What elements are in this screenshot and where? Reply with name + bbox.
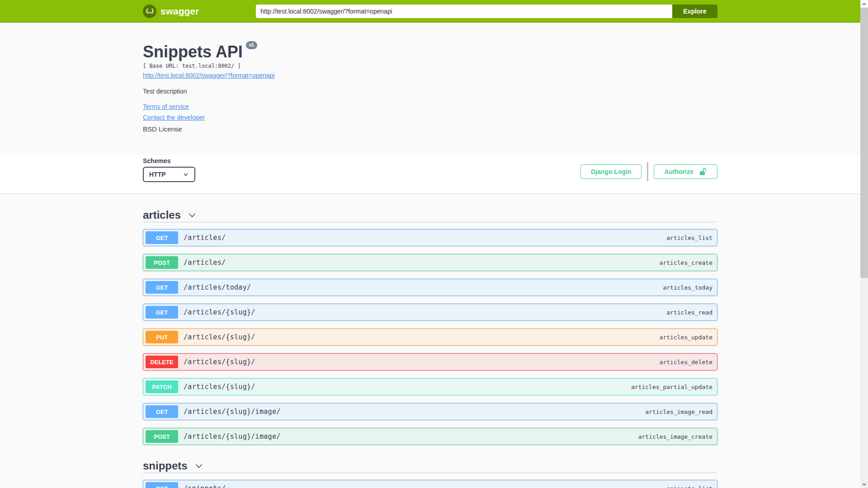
- scheme-wrapper: Schemes HTTP Django Login Authorize: [143, 155, 717, 193]
- terms-of-service-link[interactable]: Terms of service: [143, 103, 189, 111]
- operation-id: snippets_list: [666, 485, 712, 488]
- authorize-button[interactable]: Authorize: [654, 164, 717, 179]
- operation-path: /articles/{slug}/image/: [184, 408, 281, 416]
- topbar-wrapper: {…} swagger Explore: [143, 5, 717, 18]
- tag-title: articles: [143, 209, 181, 221]
- swagger-logo-text: swagger: [160, 6, 199, 17]
- operation-id: articles_today: [663, 284, 712, 291]
- explore-button[interactable]: Explore: [672, 5, 717, 18]
- tag-header[interactable]: snippets: [143, 459, 717, 473]
- spec-url-form: Explore: [256, 5, 717, 18]
- method-badge: GET: [146, 306, 178, 319]
- chevron-down-icon: [183, 171, 189, 178]
- operation-row[interactable]: PATCH /articles/{slug}/ articles_partial…: [143, 378, 717, 395]
- spec-url-input[interactable]: [256, 5, 672, 18]
- method-badge: POST: [146, 430, 178, 443]
- operation-path: /articles/{slug}/: [184, 358, 255, 366]
- method-badge: DELETE: [146, 356, 178, 368]
- operation-id: articles_image_read: [645, 408, 712, 415]
- operation-id: articles_create: [660, 259, 712, 266]
- operation-path: /articles/: [184, 234, 226, 242]
- operation-id: articles_delete: [660, 359, 712, 366]
- operation-row[interactable]: GET /articles/{slug}/image/ articles_ima…: [143, 403, 717, 420]
- tag-section: snippets GET /snippets/ snippets_list: [143, 459, 717, 488]
- django-login-button[interactable]: Django Login: [580, 164, 642, 179]
- auth-wrapper: Django Login Authorize: [580, 162, 717, 181]
- scheme-select[interactable]: HTTP: [143, 167, 195, 182]
- authorize-button-label: Authorize: [664, 168, 693, 175]
- tag-header[interactable]: articles: [143, 208, 717, 222]
- chevron-down-icon: [194, 461, 204, 471]
- method-badge: PUT: [146, 331, 178, 343]
- operation-row[interactable]: GET /articles/{slug}/ articles_read: [143, 304, 717, 321]
- unlock-icon: [698, 167, 707, 176]
- operation-row[interactable]: PUT /articles/{slug}/ articles_update: [143, 328, 717, 346]
- spec-link[interactable]: http://test.local:8002/swagger/?format=o…: [143, 72, 274, 79]
- method-badge: GET: [146, 281, 178, 294]
- operation-id: articles_read: [666, 309, 712, 316]
- operation-list: GET /articles/ articles_list POST /artic…: [143, 229, 717, 445]
- schemes-label: Schemes: [143, 157, 195, 164]
- auth-divider: [647, 162, 648, 181]
- page-title: Snippets APIv1: [143, 43, 717, 61]
- swagger-ui-page: {…} swagger Explore Snippets APIv1 [ Bas…: [0, 0, 860, 488]
- method-badge: GET: [146, 482, 178, 488]
- scheme-container: Schemes HTTP Django Login Authorize: [0, 155, 860, 193]
- license-text: BSD License: [143, 125, 717, 133]
- operation-row[interactable]: GET /articles/today/ articles_today: [143, 279, 717, 296]
- tag-title: snippets: [143, 460, 188, 472]
- operations-area: articles GET /articles/ articles_list PO…: [143, 193, 717, 488]
- method-badge: PATCH: [146, 380, 178, 393]
- operation-path: /articles/today/: [184, 283, 251, 291]
- info-section: Snippets APIv1 [ Base URL: test.local:80…: [143, 23, 717, 155]
- curly-braces-icon: {…}: [143, 5, 156, 18]
- version-badge: v1: [246, 41, 257, 49]
- scheme-selected-value: HTTP: [149, 171, 166, 178]
- operation-row[interactable]: GET /articles/ articles_list: [143, 229, 717, 246]
- method-badge: GET: [146, 405, 178, 418]
- chevron-down-icon: [187, 210, 197, 220]
- api-description: Test description: [143, 88, 717, 95]
- operation-row[interactable]: GET /snippets/ snippets_list: [143, 480, 717, 488]
- method-badge: GET: [146, 231, 178, 244]
- operation-path: /articles/{slug}/: [184, 383, 255, 391]
- operation-id: articles_image_create: [638, 433, 712, 440]
- contact-developer-link[interactable]: Contact the developer: [143, 114, 205, 122]
- operation-id: articles_update: [660, 334, 712, 341]
- topbar: {…} swagger Explore: [0, 0, 860, 23]
- api-title-text: Snippets API: [143, 42, 243, 61]
- tag-section: articles GET /articles/ articles_list PO…: [143, 208, 717, 445]
- operation-path: /articles/: [184, 258, 226, 267]
- operation-row[interactable]: POST /articles/{slug}/image/ articles_im…: [143, 428, 717, 445]
- operation-path: /articles/{slug}/: [184, 308, 255, 316]
- operation-path: /snippets/: [184, 484, 226, 488]
- method-badge: POST: [146, 256, 178, 269]
- operation-row[interactable]: DELETE /articles/{slug}/ articles_delete: [143, 353, 717, 371]
- operation-id: articles_list: [666, 235, 712, 241]
- operation-path: /articles/{slug}/image/: [184, 432, 281, 441]
- schemes-block: Schemes HTTP: [143, 157, 195, 182]
- operation-row[interactable]: POST /articles/ articles_create: [143, 254, 717, 271]
- base-url: [ Base URL: test.local:8002/ ]: [143, 63, 717, 69]
- swagger-logo-link[interactable]: {…} swagger: [143, 5, 199, 18]
- operation-list: GET /snippets/ snippets_list: [143, 480, 717, 488]
- operation-path: /articles/{slug}/: [184, 333, 255, 341]
- operation-id: articles_partial_update: [631, 384, 712, 390]
